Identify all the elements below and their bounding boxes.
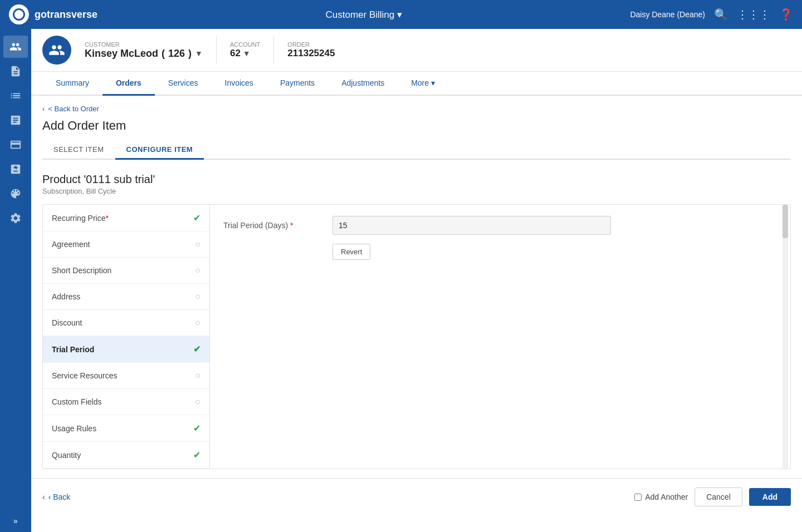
- nav-label-short-description: Short Description: [52, 266, 111, 275]
- nav-label-address: Address: [52, 292, 80, 301]
- trial-period-field-row: Trial Period (Days) *: [223, 216, 777, 235]
- nav-status-discount: ○: [195, 318, 200, 328]
- revert-button[interactable]: Revert: [332, 244, 370, 260]
- nav-item-agreement[interactable]: Agreement ○: [43, 231, 209, 258]
- customer-avatar: [42, 36, 71, 65]
- order-value: 211325245: [287, 48, 335, 59]
- nav-status-trial-period: ✔: [193, 344, 200, 354]
- product-header: Product '0111 sub trial' Subscription, B…: [42, 173, 791, 195]
- user-menu[interactable]: Daisy Deane (Deane): [630, 10, 705, 19]
- nav-status-quantity: ✔: [193, 450, 200, 460]
- nav-status-usage-rules: ✔: [193, 423, 200, 434]
- nav-item-discount[interactable]: Discount ○: [43, 310, 209, 336]
- customer-name: Kinsey McLeod (126) ▼: [85, 48, 203, 60]
- sub-tab-configure-item[interactable]: CONFIGURE ITEM: [115, 141, 204, 160]
- page-title: Add Order Item: [42, 119, 791, 133]
- tab-summary[interactable]: Summary: [42, 72, 102, 96]
- sidebar-icon-file[interactable]: [3, 60, 28, 82]
- search-icon[interactable]: 🔍: [714, 8, 728, 21]
- separator-1: [216, 36, 217, 64]
- help-icon[interactable]: ❓: [779, 8, 793, 21]
- separator-2: [273, 36, 274, 64]
- required-marker: *: [290, 221, 293, 230]
- customer-dropdown[interactable]: ▼: [195, 49, 203, 58]
- sidebar-icon-calc[interactable]: [3, 158, 28, 180]
- config-panel: Trial Period (Days) * Revert: [210, 205, 790, 469]
- nav-right: Daisy Deane (Deane) 🔍 ⋮⋮⋮ ❓: [630, 8, 793, 21]
- sidebar-icon-list[interactable]: [3, 85, 28, 107]
- account-dropdown[interactable]: ▼: [243, 49, 251, 58]
- sub-tab-select-item[interactable]: SELECT ITEM: [42, 141, 115, 160]
- nav-status-service-resources: ○: [195, 371, 200, 381]
- nav-label-quantity: Quantity: [52, 451, 81, 460]
- nav-item-custom-fields[interactable]: Custom Fields ○: [43, 389, 209, 415]
- nav-status-agreement: ○: [195, 239, 200, 249]
- revert-row: Revert: [223, 244, 777, 260]
- sidebar-expand-icon[interactable]: »: [13, 516, 18, 525]
- footer-left: ‹ ‹ Back: [42, 492, 70, 501]
- nav-label-custom-fields: Custom Fields: [52, 397, 101, 406]
- sidebar-icon-gear[interactable]: [3, 207, 28, 229]
- main-tabs: Summary Orders Services Invoices Payment…: [31, 72, 802, 96]
- nav-item-short-description[interactable]: Short Description ○: [43, 258, 209, 284]
- sidebar: »: [0, 29, 31, 532]
- add-another-label[interactable]: Add Another: [645, 492, 688, 501]
- order-info: ORDER 211325245: [287, 41, 335, 59]
- product-subtitle: Subscription, Bill Cycle: [42, 187, 791, 195]
- footer-right: Add Another Cancel Add: [634, 487, 791, 506]
- sub-tabs: SELECT ITEM CONFIGURE ITEM: [42, 141, 791, 160]
- product-name: Product '0111 sub trial': [42, 173, 791, 186]
- nav-status-short-description: ○: [195, 265, 200, 275]
- account-label: ACCOUNT: [230, 41, 260, 48]
- nav-item-quantity[interactable]: Quantity ✔: [43, 442, 209, 469]
- nav-item-service-resources[interactable]: Service Resources ○: [43, 363, 209, 389]
- scroll-thumb[interactable]: [783, 205, 788, 238]
- config-container: Recurring Price* ✔ Agreement ○ Short Des…: [42, 204, 791, 469]
- nav-label-agreement: Agreement: [52, 240, 90, 249]
- apps-icon[interactable]: ⋮⋮⋮: [737, 8, 770, 21]
- nav-item-address[interactable]: Address ○: [43, 284, 209, 310]
- nav-item-trial-period[interactable]: Trial Period ✔: [43, 336, 209, 363]
- account-value: 62 ▼: [230, 48, 260, 59]
- customer-label: CUSTOMER: [85, 41, 203, 48]
- nav-center-title: Customer Billing ▾: [97, 9, 630, 21]
- tab-orders[interactable]: Orders: [102, 72, 155, 96]
- account-info: ACCOUNT 62 ▼: [230, 41, 260, 59]
- app-logo[interactable]: gotransverse: [9, 4, 97, 24]
- tab-adjustments[interactable]: Adjustments: [328, 72, 398, 96]
- nav-label-trial-period: Trial Period: [52, 345, 94, 354]
- tab-payments[interactable]: Payments: [267, 72, 328, 96]
- sidebar-icon-doc[interactable]: [3, 109, 28, 131]
- nav-status-custom-fields: ○: [195, 397, 200, 407]
- nav-item-usage-rules[interactable]: Usage Rules ✔: [43, 415, 209, 442]
- page-content: ‹ < Back to Order Add Order Item SELECT …: [31, 96, 802, 478]
- app-name: gotransverse: [35, 9, 97, 21]
- top-navigation: gotransverse Customer Billing ▾ Daisy De…: [0, 0, 802, 29]
- nav-status-address: ○: [195, 292, 200, 302]
- nav-label-discount: Discount: [52, 318, 82, 327]
- config-nav: Recurring Price* ✔ Agreement ○ Short Des…: [43, 205, 210, 469]
- sidebar-icon-card[interactable]: [3, 134, 28, 156]
- cancel-button[interactable]: Cancel: [695, 487, 742, 506]
- scroll-track: [783, 205, 788, 469]
- add-button[interactable]: Add: [749, 488, 791, 506]
- main-content: CUSTOMER Kinsey McLeod (126) ▼ ACCOUNT 6…: [31, 29, 802, 532]
- trial-period-input[interactable]: [332, 216, 611, 235]
- nav-label-usage-rules: Usage Rules: [52, 424, 96, 433]
- nav-label-recurring-price: Recurring Price*: [52, 214, 109, 223]
- nav-label-service-resources: Service Resources: [52, 371, 118, 380]
- nav-item-recurring-price[interactable]: Recurring Price* ✔: [43, 205, 209, 231]
- tab-services[interactable]: Services: [155, 72, 212, 96]
- back-to-order-link[interactable]: ‹ < Back to Order: [42, 105, 791, 113]
- sidebar-icon-users[interactable]: [3, 36, 28, 58]
- add-another-checkbox[interactable]: [634, 494, 642, 501]
- customer-header: CUSTOMER Kinsey McLeod (126) ▼ ACCOUNT 6…: [31, 29, 802, 72]
- tab-invoices[interactable]: Invoices: [212, 72, 267, 96]
- logo-icon: [9, 4, 29, 24]
- back-button[interactable]: ‹ ‹ Back: [42, 492, 70, 501]
- sidebar-icon-palette[interactable]: [3, 183, 28, 205]
- nav-status-recurring-price: ✔: [193, 213, 200, 223]
- tab-more[interactable]: More ▾: [398, 72, 448, 96]
- customer-info: CUSTOMER Kinsey McLeod (126) ▼: [85, 41, 203, 60]
- footer-actions: ‹ ‹ Back Add Another Cancel Add: [31, 478, 802, 515]
